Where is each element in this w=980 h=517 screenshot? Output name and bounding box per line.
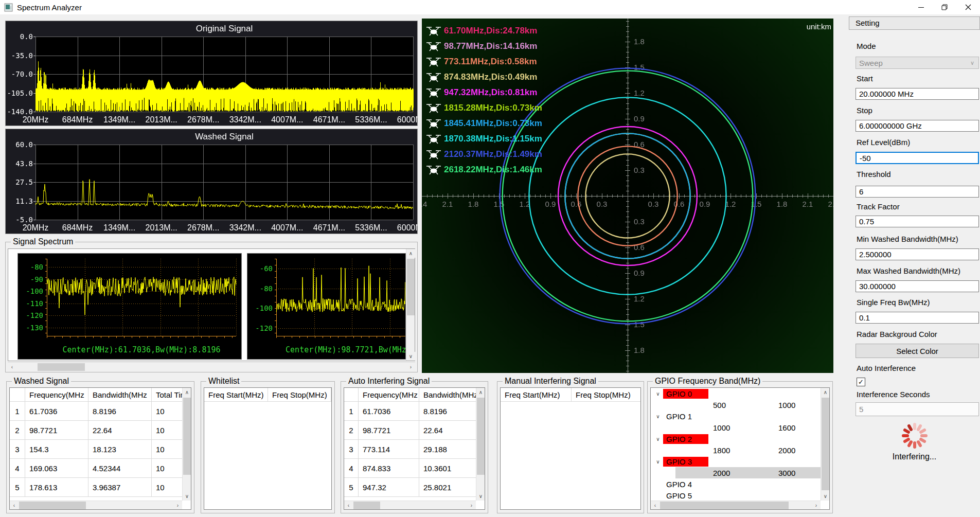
restore-button[interactable]	[933, 0, 956, 14]
table-cell[interactable]: 4.52344	[88, 459, 152, 477]
column-header[interactable]: Frequency(MHz	[359, 388, 419, 401]
scroll-down-icon[interactable]: ∨	[821, 492, 830, 501]
scroll-left-icon[interactable]: ‹	[10, 501, 19, 510]
min-washed-bandwidth-field[interactable]: 2.500000	[856, 248, 979, 260]
scrollbar-thumb[interactable]	[407, 259, 415, 315]
row-number[interactable]: 2	[344, 421, 359, 439]
minimize-button[interactable]	[909, 0, 933, 14]
table-cell[interactable]: 8.8196	[88, 402, 152, 420]
table-row[interactable]: 4874.83310.3601	[344, 459, 476, 478]
scroll-up-icon[interactable]: ∧	[476, 388, 485, 397]
table-cell[interactable]: 3.96387	[88, 478, 152, 496]
table-row[interactable]: 161.70368.819610	[10, 402, 182, 421]
table-cell[interactable]: 98.7721	[25, 421, 88, 439]
table-cell[interactable]: 98.7721	[359, 421, 419, 439]
gpio-range-stop[interactable]: 1600	[778, 423, 819, 432]
scroll-left-icon[interactable]: ‹	[344, 501, 353, 510]
row-number[interactable]: 3	[10, 440, 25, 458]
table-row[interactable]: 298.772122.64	[344, 421, 476, 440]
scrollbar-thumb[interactable]	[19, 502, 86, 509]
table-row[interactable]: 161.70368.8196	[344, 402, 476, 421]
table-cell[interactable]: 178.613	[25, 478, 88, 496]
column-header[interactable]: Bandwidth(MHz	[88, 388, 152, 401]
gpio-range-row[interactable]: 20003000	[651, 467, 821, 478]
row-number[interactable]: 1	[344, 402, 359, 420]
table-cell[interactable]: 22.64	[419, 421, 476, 439]
gpio-item-label[interactable]: GPIO 5	[663, 491, 695, 501]
table-cell[interactable]: 25.8021	[419, 478, 476, 496]
close-button[interactable]	[956, 0, 980, 14]
table-cell[interactable]: 61.7036	[25, 402, 88, 420]
gpio-range-start[interactable]: 1800	[713, 446, 775, 455]
table-cell[interactable]: 22.64	[88, 421, 152, 439]
scroll-up-icon[interactable]: ∧	[183, 388, 191, 397]
scroll-up-icon[interactable]: ∧	[406, 249, 415, 258]
start-field[interactable]: 20.000000 MHz	[856, 88, 979, 100]
gpio-item-label[interactable]: GPIO 2	[663, 434, 708, 444]
table-cell[interactable]: 154.3	[25, 440, 88, 458]
scroll-up-icon[interactable]: ∧	[821, 388, 830, 397]
track-factor-field[interactable]: 0.75	[856, 216, 979, 227]
table-row[interactable]: 3773.11429.188	[344, 440, 476, 459]
table-cell[interactable]: 10	[152, 478, 182, 496]
table-row[interactable]: 5178.6133.9638710	[10, 478, 182, 497]
gpio-range-start[interactable]: 1000	[713, 423, 775, 432]
tree-expand-icon[interactable]: ∨	[654, 436, 662, 442]
gpio-range-stop[interactable]: 2000	[778, 446, 819, 455]
scroll-left-icon[interactable]: ‹	[8, 363, 16, 371]
scrollbar-thumb[interactable]	[477, 398, 485, 475]
row-number-header[interactable]	[344, 388, 359, 401]
column-header[interactable]: Bandwidth(MHz	[419, 388, 476, 401]
auto-interference-checkbox[interactable]: ✓	[857, 378, 865, 386]
max-washed-bandwidth-field[interactable]: 30.000000	[856, 280, 979, 292]
row-number[interactable]: 4	[344, 459, 359, 477]
horizontal-scrollbar[interactable]: ‹›	[344, 501, 476, 509]
column-header[interactable]: Freq Stop(MHz)	[572, 388, 640, 401]
scrollbar-thumb[interactable]	[822, 398, 829, 490]
scroll-down-icon[interactable]: ∨	[406, 352, 415, 361]
column-header[interactable]: Freq Stop(MHz)	[268, 388, 331, 401]
ref-level-field[interactable]: -50	[856, 152, 979, 164]
horizontal-scrollbar[interactable]: ‹›	[651, 501, 821, 509]
scroll-right-icon[interactable]: ›	[173, 501, 182, 510]
single-freq-bw-field[interactable]: 0.1	[856, 312, 979, 324]
column-header[interactable]: Frequency(MHz	[25, 388, 88, 401]
gpio-range-start[interactable]: 500	[713, 401, 775, 409]
scrollbar-thumb[interactable]	[353, 502, 380, 509]
scroll-right-icon[interactable]: ›	[406, 363, 415, 371]
table-cell[interactable]: 10	[152, 459, 182, 477]
scroll-left-icon[interactable]: ‹	[651, 501, 660, 510]
table-row[interactable]: 5947.3225.8021	[344, 478, 476, 497]
gpio-range-row[interactable]: 10001600	[651, 422, 821, 433]
horizontal-scrollbar[interactable]: ‹›	[10, 501, 182, 509]
gpio-item-row[interactable]: GPIO 4	[651, 478, 821, 490]
scroll-down-icon[interactable]: ∨	[476, 492, 485, 501]
mode-combobox[interactable]: Sweep ∨	[856, 57, 979, 69]
table-row[interactable]: 3154.318.12310	[10, 440, 182, 459]
vertical-scrollbar[interactable]: ∧∨	[821, 388, 829, 501]
table-cell[interactable]: 10	[152, 440, 182, 458]
row-number[interactable]: 5	[10, 478, 25, 496]
table-cell[interactable]: 947.32	[359, 478, 419, 496]
tree-expand-icon[interactable]: ∨	[654, 391, 662, 397]
scroll-right-icon[interactable]: ›	[812, 501, 821, 510]
stop-field[interactable]: 6.000000000 GHz	[856, 120, 979, 132]
scroll-right-icon[interactable]: ›	[467, 501, 476, 510]
gpio-item-row[interactable]: ∨GPIO 0	[651, 388, 821, 399]
vertical-scrollbar[interactable]: ∧∨	[406, 249, 415, 361]
table-row[interactable]: 4169.0634.5234410	[10, 459, 182, 478]
table-cell[interactable]: 8.8196	[419, 402, 476, 420]
row-number[interactable]: 1	[10, 402, 25, 420]
column-header[interactable]: Total Tim	[152, 388, 182, 401]
scroll-down-icon[interactable]: ∨	[183, 492, 191, 501]
threshold-field[interactable]: 6	[856, 186, 979, 198]
table-cell[interactable]: 10	[152, 402, 182, 420]
table-cell[interactable]: 29.188	[419, 440, 476, 458]
column-header[interactable]: Freq Start(MHz)	[204, 388, 268, 401]
row-number[interactable]: 4	[10, 459, 25, 477]
scrollbar-thumb[interactable]	[183, 398, 191, 475]
scrollbar-thumb[interactable]	[38, 363, 85, 371]
gpio-item-label[interactable]: GPIO 3	[663, 457, 708, 467]
scrollbar-thumb[interactable]	[660, 502, 789, 509]
table-row[interactable]: 298.772122.6410	[10, 421, 182, 440]
